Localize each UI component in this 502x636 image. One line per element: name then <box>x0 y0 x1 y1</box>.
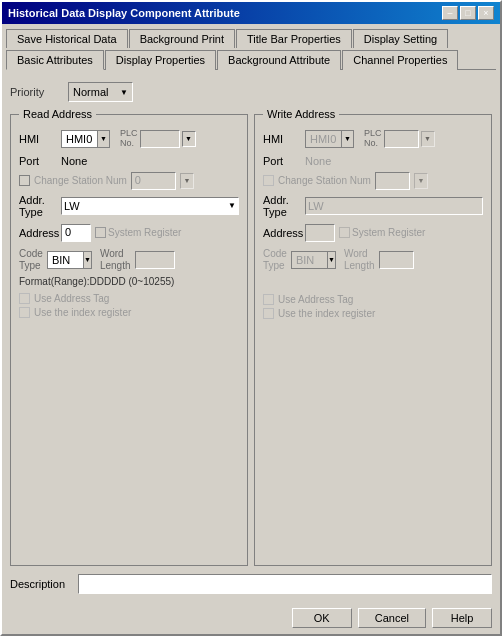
read-change-station-row: Change Station Num 0 ▼ <box>19 172 239 190</box>
tab-display-setting[interactable]: Display Setting <box>353 29 448 48</box>
write-address-row: Address System Register <box>263 224 483 242</box>
write-address-group: Write Address HMI HMI0 ▼ PLCNo. ▼ <box>254 114 492 566</box>
read-format-text: Format(Range):DDDDD (0~10255) <box>19 276 239 287</box>
tab-basic-attributes[interactable]: Basic Attributes <box>6 50 104 70</box>
read-addr-type-combo[interactable]: LW ▼ <box>61 197 239 215</box>
priority-value: Normal <box>73 86 108 98</box>
close-button[interactable]: × <box>478 6 494 20</box>
priority-arrow-icon: ▼ <box>120 88 128 97</box>
tab-title-bar[interactable]: Title Bar Properties <box>236 29 352 48</box>
read-code-type-label: CodeType <box>19 248 43 272</box>
read-addr-type-row: Addr. Type LW ▼ <box>19 194 239 218</box>
title-bar: Historical Data Display Component Attrib… <box>2 2 500 24</box>
priority-label: Priority <box>10 86 60 98</box>
read-hmi-row: HMI HMI0 ▼ PLCNo. ▼ <box>19 129 239 149</box>
write-system-register-group: System Register <box>339 227 425 238</box>
write-port-row: Port None <box>263 155 483 167</box>
tab-row-2: Basic Attributes Display Properties Back… <box>2 47 500 69</box>
write-change-station-arrow: ▼ <box>414 173 428 189</box>
description-input[interactable] <box>78 574 492 594</box>
read-change-station-input: 0 <box>131 172 176 190</box>
write-plc-input <box>384 130 419 148</box>
read-hmi-label: HMI <box>19 133 57 145</box>
read-hmi-value: HMI0 <box>62 131 97 147</box>
write-hmi-arrow-icon: ▼ <box>341 131 353 147</box>
read-addr-type-label: Addr. Type <box>19 194 57 218</box>
read-word-length-label: WordLength <box>100 248 131 272</box>
window-title: Historical Data Display Component Attrib… <box>8 7 240 19</box>
write-use-index-reg-checkbox <box>263 308 274 319</box>
write-addr-type-label: Addr. Type <box>263 194 301 218</box>
read-code-type-row: CodeType BIN ▼ WordLength <box>19 248 239 272</box>
read-word-length-input <box>135 251 175 269</box>
button-row: OK Cancel Help <box>2 602 500 634</box>
write-format-spacer <box>263 276 483 294</box>
write-word-length-input <box>379 251 414 269</box>
write-addr-type-value: LW <box>308 200 324 212</box>
read-use-index-reg-label: Use the index register <box>34 307 131 318</box>
read-plc-group: PLCNo. ▼ <box>120 129 196 149</box>
read-code-type-value: BIN <box>48 252 83 268</box>
tab-background-attribute[interactable]: Background Attribute <box>217 50 341 70</box>
read-change-station-label: Change Station Num <box>34 175 127 186</box>
read-hmi-arrow-icon[interactable]: ▼ <box>97 131 109 147</box>
tab-display-properties[interactable]: Display Properties <box>105 50 216 70</box>
read-change-station-checkbox[interactable] <box>19 175 30 186</box>
read-use-addr-tag-label: Use Address Tag <box>34 293 109 304</box>
write-system-register-label: System Register <box>352 227 425 238</box>
read-address-legend: Read Address <box>19 108 96 120</box>
read-plc-arrow-btn[interactable]: ▼ <box>182 131 196 147</box>
write-hmi-value: HMI0 <box>306 131 341 147</box>
maximize-button[interactable]: □ <box>460 6 476 20</box>
write-code-type-value: BIN <box>292 252 327 268</box>
read-code-type-arrow-icon[interactable]: ▼ <box>83 252 91 268</box>
priority-select[interactable]: Normal ▼ <box>68 82 133 102</box>
write-address-legend: Write Address <box>263 108 339 120</box>
write-hmi-combo: HMI0 ▼ <box>305 130 354 148</box>
read-port-label: Port <box>19 155 57 167</box>
write-addr-type-combo: LW <box>305 197 483 215</box>
read-address-row: Address 0 System Register <box>19 224 239 242</box>
description-section: Description <box>10 574 492 594</box>
write-plc-group: PLCNo. ▼ <box>364 129 435 149</box>
read-system-register-checkbox[interactable] <box>95 227 106 238</box>
read-plc-input <box>140 130 180 148</box>
write-plc-arrow-btn: ▼ <box>421 131 435 147</box>
read-use-index-reg-checkbox <box>19 307 30 318</box>
write-port-label: Port <box>263 155 301 167</box>
read-addr-type-arrow-icon: ▼ <box>228 201 236 210</box>
write-system-register-checkbox <box>339 227 350 238</box>
write-use-index-reg-row: Use the index register <box>263 308 483 319</box>
read-system-register-label: System Register <box>108 227 181 238</box>
write-change-station-input <box>375 172 410 190</box>
write-word-length-label: WordLength <box>344 248 375 272</box>
minimize-button[interactable]: – <box>442 6 458 20</box>
tab-channel-properties[interactable]: Channel Properties <box>342 50 458 70</box>
cancel-button[interactable]: Cancel <box>358 608 426 628</box>
read-use-addr-tag-row: Use Address Tag <box>19 293 239 304</box>
ok-button[interactable]: OK <box>292 608 352 628</box>
help-button[interactable]: Help <box>432 608 492 628</box>
priority-row: Priority Normal ▼ <box>10 78 492 106</box>
write-port-value: None <box>305 155 331 167</box>
write-code-type-arrow-icon: ▼ <box>327 252 335 268</box>
read-code-type-combo[interactable]: BIN ▼ <box>47 251 92 269</box>
read-addr-type-value: LW <box>64 200 80 212</box>
tab-save-historical[interactable]: Save Historical Data <box>6 29 128 48</box>
main-window: Historical Data Display Component Attrib… <box>0 0 502 636</box>
read-hmi-combo[interactable]: HMI0 ▼ <box>61 130 110 148</box>
write-plc-label: PLCNo. <box>364 129 382 149</box>
description-label: Description <box>10 578 70 590</box>
write-use-addr-tag-label: Use Address Tag <box>278 294 353 305</box>
write-address-input <box>305 224 335 242</box>
main-content: Priority Normal ▼ Read Address HMI HMI0 … <box>2 70 500 602</box>
write-change-station-row: Change Station Num ▼ <box>263 172 483 190</box>
read-system-register-group: System Register <box>95 227 181 238</box>
read-change-station-arrow: ▼ <box>180 173 194 189</box>
read-address-input[interactable]: 0 <box>61 224 91 242</box>
write-code-type-combo: BIN ▼ <box>291 251 336 269</box>
tab-background-print[interactable]: Background Print <box>129 29 235 48</box>
write-code-type-label: CodeType <box>263 248 287 272</box>
write-use-addr-tag-row: Use Address Tag <box>263 294 483 305</box>
write-use-addr-tag-checkbox <box>263 294 274 305</box>
